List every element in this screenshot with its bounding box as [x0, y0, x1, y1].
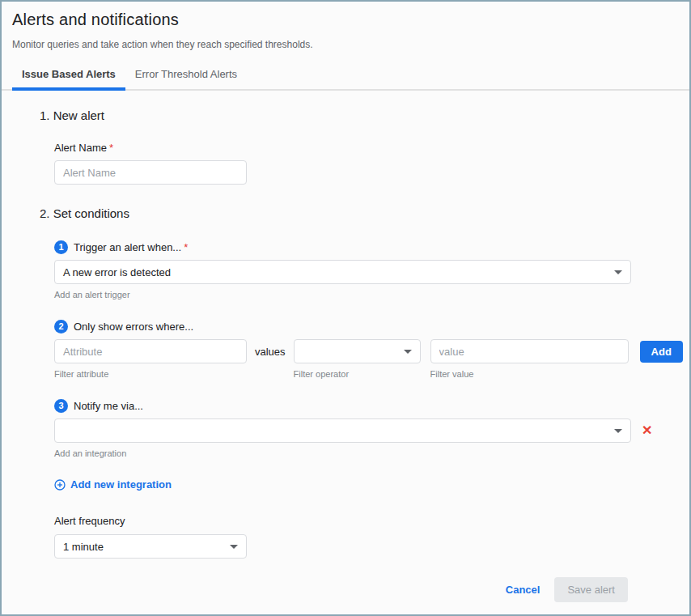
- required-asterisk: *: [109, 142, 113, 154]
- trigger-step-header: 1 Trigger an alert when...*: [54, 240, 689, 254]
- add-filter-button[interactable]: Add: [640, 341, 683, 363]
- filter-value-helper: Filter value: [430, 369, 629, 379]
- form-footer: Cancel Save alert: [506, 577, 628, 602]
- tab-issue-based-alerts[interactable]: Issue Based Alerts: [12, 62, 125, 89]
- trigger-select[interactable]: A new error is detected: [54, 260, 631, 284]
- chevron-down-icon: [614, 270, 622, 274]
- add-new-integration-label: Add new integration: [70, 478, 172, 491]
- alert-frequency-value: 1 minute: [63, 541, 104, 553]
- chevron-down-icon: [404, 350, 412, 354]
- chevron-down-icon: [230, 545, 238, 549]
- alert-name-field: Alert Name*: [54, 142, 689, 185]
- page-header: Alerts and notifications Monitor queries…: [2, 2, 689, 50]
- save-alert-button[interactable]: Save alert: [554, 577, 628, 602]
- notify-step-label: Notify me via...: [74, 400, 143, 412]
- step-3-badge: 3: [54, 399, 68, 413]
- step-2-badge: 2: [54, 320, 68, 333]
- values-label: values: [255, 346, 286, 358]
- notify-helper: Add an integration: [54, 448, 689, 458]
- filter-step-label: Only show errors where...: [74, 321, 193, 333]
- filter-operator-column: Filter operator: [294, 339, 421, 379]
- alert-frequency-field: Alert frequency 1 minute: [54, 515, 689, 559]
- trigger-select-value: A new error is detected: [63, 266, 171, 278]
- trigger-helper: Add an alert trigger: [54, 290, 689, 300]
- step-1-badge: 1: [54, 240, 68, 254]
- plus-circle-icon: [54, 479, 66, 491]
- alert-frequency-select[interactable]: 1 minute: [54, 534, 247, 559]
- filter-operator-helper: Filter operator: [294, 369, 421, 379]
- new-alert-heading: 1. New alert: [40, 108, 689, 122]
- tab-error-threshold-alerts[interactable]: Error Threshold Alerts: [125, 62, 247, 89]
- notify-step: 3 Notify me via... ✕ Add an integration …: [54, 399, 689, 491]
- filter-value-input[interactable]: [430, 339, 629, 363]
- alert-frequency-label: Alert frequency: [54, 515, 689, 527]
- filter-attribute-helper: Filter attribute: [54, 369, 247, 379]
- filter-attribute-input[interactable]: [54, 339, 247, 363]
- notify-select[interactable]: [54, 418, 631, 443]
- alert-name-label-text: Alert Name: [54, 142, 107, 154]
- notify-step-header: 3 Notify me via...: [54, 399, 689, 413]
- cancel-button[interactable]: Cancel: [506, 584, 541, 596]
- trigger-step: 1 Trigger an alert when...* A new error …: [54, 240, 689, 300]
- notify-row: ✕: [54, 418, 689, 443]
- alert-name-label: Alert Name*: [54, 142, 689, 154]
- filter-attribute-column: Filter attribute: [54, 339, 247, 379]
- filter-value-column: Filter value: [430, 339, 629, 379]
- page-subtitle: Monitor queries and take action when the…: [12, 39, 679, 50]
- alerts-settings-page: Alerts and notifications Monitor queries…: [0, 0, 691, 616]
- trigger-step-label-text: Trigger an alert when...: [74, 241, 181, 253]
- chevron-down-icon: [614, 429, 622, 433]
- required-asterisk: *: [184, 241, 188, 253]
- trigger-step-label: Trigger an alert when...*: [74, 241, 188, 253]
- filter-step-header: 2 Only show errors where...: [54, 320, 689, 333]
- filter-row: Filter attribute values Filter operator …: [54, 339, 689, 379]
- filter-operator-select[interactable]: [294, 339, 421, 363]
- filter-step: 2 Only show errors where... Filter attri…: [54, 320, 689, 379]
- remove-integration-icon[interactable]: ✕: [642, 424, 652, 437]
- tab-content: 1. New alert Alert Name* 2. Set conditio…: [2, 91, 689, 559]
- set-conditions-heading: 2. Set conditions: [40, 206, 689, 220]
- add-new-integration-link[interactable]: Add new integration: [54, 478, 689, 491]
- alert-name-input[interactable]: [54, 160, 247, 185]
- page-title: Alerts and notifications: [12, 11, 679, 29]
- tab-bar: Issue Based Alerts Error Threshold Alert…: [2, 62, 689, 91]
